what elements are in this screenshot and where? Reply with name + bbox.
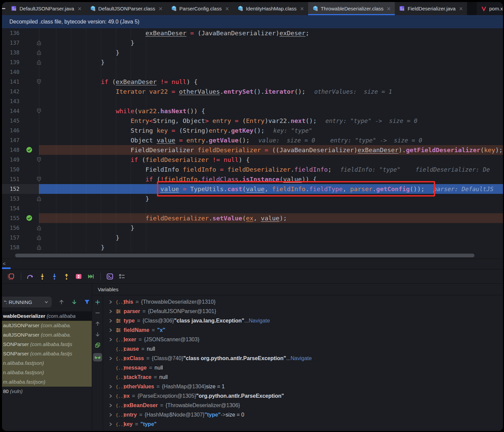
stack-frame-item[interactable]: n.alibaba.fastjson) xyxy=(2,368,92,377)
navigate-link[interactable]: Navigate xyxy=(249,318,270,324)
code-text: } xyxy=(41,223,134,233)
thread-selector[interactable]: ": RUNNING xyxy=(2,297,52,307)
variable-row-cause[interactable]: {..}cause=null xyxy=(103,344,503,354)
tab-identityhashmap-class[interactable]: IdentityHashMap.class xyxy=(233,2,308,15)
stack-frame-item[interactable]: wableDeserializer (com.alibaba xyxy=(2,311,92,321)
variable-row-lexer[interactable]: {..}lexer={JSONScanner@1303} xyxy=(103,335,503,344)
variable-row-exClass[interactable]: {..}exClass={Class@740} "class org.pytho… xyxy=(103,354,503,363)
tab-defaultjsonparser-java[interactable]: 0110DefaultJSONParser.java xyxy=(7,2,86,15)
next-frame-icon[interactable] xyxy=(71,299,77,305)
breakpoint-verified-icon[interactable] xyxy=(26,215,33,223)
code-token: entry xyxy=(209,127,227,134)
fold-marker-icon[interactable] xyxy=(37,225,41,232)
filter-icon[interactable] xyxy=(84,299,90,305)
code-token: } xyxy=(131,39,134,46)
expand-chevron-icon[interactable] xyxy=(108,300,116,304)
expand-chevron-icon[interactable] xyxy=(108,403,116,408)
previous-frame-icon[interactable] xyxy=(58,299,65,305)
maven-icon xyxy=(481,6,487,11)
expand-chevron-icon[interactable] xyxy=(108,384,116,389)
fold-marker-icon[interactable] xyxy=(37,109,41,115)
tab-defaultjsonparser-class[interactable]: DefaultJSONParser.class xyxy=(86,2,167,15)
variable-row-parser[interactable]: parser={DefaultJSONParser@1301} xyxy=(103,307,503,316)
variable-row-ex[interactable]: {..}ex={ParseException@1305} "org.python… xyxy=(103,391,503,401)
close-icon[interactable] xyxy=(77,6,82,11)
code-token: otherValues xyxy=(179,88,220,95)
tab-label: DefaultJSONParser.java xyxy=(19,6,74,11)
fold-marker-icon[interactable] xyxy=(37,235,41,242)
step-into-icon[interactable] xyxy=(39,273,46,280)
code-token: fieldInfo xyxy=(164,176,198,183)
breakpoint-verified-icon[interactable] xyxy=(26,146,33,155)
variable-row-stackTrace[interactable]: {..}stackTrace=null xyxy=(103,373,503,382)
variable-row-key[interactable]: {..}key="type" xyxy=(103,420,503,429)
view-options-icon[interactable] xyxy=(118,273,126,280)
variable-value: {Class@306} xyxy=(142,318,174,324)
tab-fielddeserializer-java[interactable]: 0110FieldDeserializer.java xyxy=(395,2,467,15)
close-icon[interactable] xyxy=(300,6,304,11)
variable-row-this[interactable]: {..}this={ThrowableDeserializer@1310} xyxy=(103,297,503,307)
debug-console-icon[interactable] xyxy=(106,273,114,280)
fold-marker-icon[interactable] xyxy=(37,245,41,251)
add-watch-icon[interactable] xyxy=(95,299,100,305)
remove-watch-icon[interactable] xyxy=(95,310,100,316)
variable-row-type[interactable]: type={Class@306} "class java.lang.Except… xyxy=(103,316,503,326)
tab-parserconfig-class[interactable]: ParserConfig.class xyxy=(167,2,233,15)
stack-frame-item[interactable]: m.alibaba.fastjson) xyxy=(2,377,92,387)
fold-marker-icon[interactable] xyxy=(37,196,41,203)
variable-row-otherValues[interactable]: {..}otherValues={HashMap@1304} size = 1 xyxy=(103,382,503,391)
fold-marker-icon[interactable] xyxy=(37,177,41,183)
horizontal-scrollbar-thumb[interactable] xyxy=(15,254,474,257)
stack-frame-item[interactable]: SONParser (com.alibaba.fastjs xyxy=(2,349,92,358)
code-token: while xyxy=(116,107,134,115)
tab-pom-x[interactable]: pom.x xyxy=(477,2,503,15)
move-up-icon[interactable] xyxy=(95,321,100,327)
step-out-icon[interactable] xyxy=(63,273,70,280)
stack-frame-item[interactable]: aultJSONParser (com.alibaba. xyxy=(2,321,92,330)
step-over-icon[interactable] xyxy=(27,273,34,280)
svg-text:10: 10 xyxy=(400,8,402,10)
line-number: 141 xyxy=(2,77,19,87)
copy-value-icon[interactable] xyxy=(95,342,100,348)
code-editor[interactable]: 136 exBeanDeser = (JavaBeanDeserializer)… xyxy=(2,28,503,252)
expand-chevron-icon[interactable] xyxy=(108,337,116,342)
force-step-into-icon[interactable] xyxy=(51,273,58,280)
fold-marker-icon[interactable] xyxy=(37,40,41,47)
code-token: ; xyxy=(328,166,332,173)
expand-chevron-icon[interactable] xyxy=(108,328,116,333)
close-icon[interactable] xyxy=(225,6,229,11)
stack-frame-item[interactable]: 80 (vuln) xyxy=(2,387,92,396)
variable-row-message[interactable]: {..}message=null xyxy=(103,363,503,373)
stack-frame-item[interactable]: n.alibaba.fastjson) xyxy=(2,358,92,368)
navigate-link[interactable]: Navigate xyxy=(291,355,312,361)
view-breakpoints-icon[interactable] xyxy=(7,273,15,280)
fold-marker-icon[interactable] xyxy=(37,50,41,56)
variable-row-fieldName[interactable]: fieldName="x" xyxy=(103,326,503,335)
expand-chevron-icon[interactable] xyxy=(108,422,116,427)
close-icon[interactable] xyxy=(459,6,463,11)
variable-row-entry[interactable]: {..}entry={HashMap$Node@1307} "type" -> … xyxy=(103,410,503,420)
fold-marker-icon[interactable] xyxy=(37,157,41,164)
close-icon[interactable] xyxy=(386,6,391,11)
expand-chevron-icon[interactable] xyxy=(108,356,116,361)
variable-row-value[interactable]: {..}value={JSONObject@1308} size = 0 xyxy=(103,429,503,431)
frame-method: aultJSONParser xyxy=(3,332,39,338)
move-down-icon[interactable] xyxy=(95,332,100,337)
show-watches-icon[interactable] xyxy=(93,353,102,361)
variable-row-exBeanDeser[interactable]: {..}exBeanDeser={ThrowableDeserializer@1… xyxy=(103,401,503,410)
tab-throwabledeserializer-class[interactable]: ThrowableDeserializer.class xyxy=(308,2,395,15)
stack-frame-item[interactable]: SONParser (com.alibaba.fastjs xyxy=(2,340,92,349)
expand-chevron-icon[interactable] xyxy=(108,394,116,398)
fold-marker-icon[interactable] xyxy=(37,60,41,66)
drop-frame-icon[interactable] xyxy=(75,273,82,280)
variable-name: value xyxy=(124,431,137,431)
expand-chevron-icon[interactable] xyxy=(108,413,116,417)
expand-chevron-icon[interactable] xyxy=(108,318,116,323)
stack-frame-item[interactable]: aultJSONParser (com.alibaba. xyxy=(2,330,92,340)
svg-text:10: 10 xyxy=(12,8,14,10)
fold-marker-icon[interactable] xyxy=(37,79,41,86)
expand-chevron-icon[interactable] xyxy=(108,309,116,314)
close-icon[interactable] xyxy=(158,6,163,11)
run-to-cursor-icon[interactable] xyxy=(87,273,94,280)
scroll-tabs-left-icon[interactable]: < xyxy=(3,261,6,266)
